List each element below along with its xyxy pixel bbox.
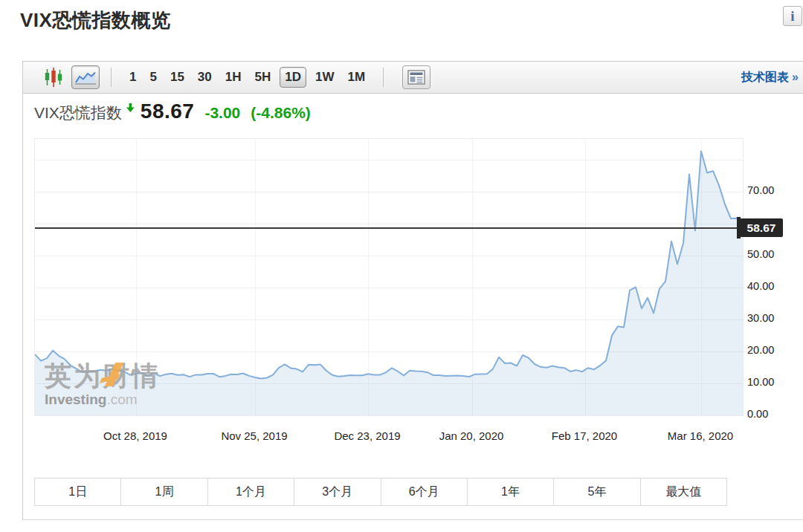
y-axis-label: 50.00 bbox=[747, 248, 799, 260]
range-button-1[interactable]: 1日 bbox=[35, 479, 121, 505]
y-axis-label: 30.00 bbox=[747, 312, 799, 324]
x-axis-label: Mar 16, 2020 bbox=[668, 429, 733, 442]
info-icon: i bbox=[790, 8, 794, 24]
interval-30[interactable]: 30 bbox=[191, 67, 219, 88]
info-button[interactable]: i bbox=[783, 6, 802, 26]
interval-group: 1515301H5H1D1W1M bbox=[123, 67, 372, 88]
range-button-5[interactable]: 6个月 bbox=[381, 479, 468, 505]
y-axis-label: 40.00 bbox=[747, 280, 799, 292]
interval-1h[interactable]: 1H bbox=[219, 67, 248, 88]
range-button-7[interactable]: 5年 bbox=[554, 479, 640, 505]
news-panel-icon bbox=[407, 70, 425, 85]
range-button-2[interactable]: 1周 bbox=[121, 479, 207, 505]
technical-chart-link[interactable]: 技术图表» bbox=[741, 70, 799, 85]
range-button-6[interactable]: 1年 bbox=[468, 479, 554, 505]
toolbar-divider bbox=[111, 68, 112, 87]
chart-widget: 1515301H5H1D1W1M 技术图表» VIX恐慌指数 58.67 -3.… bbox=[22, 61, 803, 520]
double-chevron-icon: » bbox=[792, 71, 799, 83]
range-button-4[interactable]: 3个月 bbox=[294, 479, 381, 505]
interval-5h[interactable]: 5H bbox=[248, 67, 278, 88]
line-chart-icon bbox=[75, 70, 96, 85]
toolbar-divider bbox=[383, 68, 384, 87]
price-change-percent: (-4.86%) bbox=[251, 104, 311, 122]
last-price-line bbox=[35, 227, 743, 229]
candlestick-icon bbox=[44, 67, 64, 88]
x-axis-label: Jan 20, 2020 bbox=[439, 429, 504, 442]
page: VIX恐慌指数概览 i bbox=[0, 0, 803, 532]
down-arrow-icon bbox=[126, 103, 135, 112]
price-change: -3.00 bbox=[204, 104, 240, 122]
area-series bbox=[35, 139, 743, 415]
line-chart-button[interactable] bbox=[71, 65, 100, 89]
x-axis-label: Dec 23, 2019 bbox=[334, 429, 400, 442]
quote-header: VIX恐慌指数 58.67 -3.00 (-4.86%) bbox=[34, 100, 311, 123]
news-panel-button[interactable] bbox=[402, 65, 430, 89]
y-axis-label: 20.00 bbox=[747, 344, 799, 356]
page-title: VIX恐慌指数概览 bbox=[20, 7, 170, 33]
x-axis-label: Nov 25, 2019 bbox=[221, 429, 287, 442]
range-button-bar: 1日1周1个月3个月6个月1年5年最大值 bbox=[34, 478, 727, 506]
interval-1[interactable]: 1 bbox=[123, 67, 143, 88]
candlestick-chart-button[interactable] bbox=[44, 67, 64, 88]
y-axis-label: 10.00 bbox=[747, 376, 799, 388]
interval-1m[interactable]: 1M bbox=[341, 67, 372, 88]
range-button-3[interactable]: 1个月 bbox=[208, 479, 294, 505]
y-axis-label: 70.00 bbox=[747, 184, 799, 196]
last-price: 58.67 bbox=[141, 100, 195, 123]
range-button-8[interactable]: 最大值 bbox=[641, 479, 726, 505]
interval-1w[interactable]: 1W bbox=[309, 67, 341, 88]
interval-15[interactable]: 15 bbox=[164, 67, 191, 88]
interval-1d[interactable]: 1D bbox=[280, 67, 306, 88]
x-axis-label: Feb 17, 2020 bbox=[552, 429, 617, 442]
y-axis-label: 0.00 bbox=[747, 408, 799, 420]
instrument-name: VIX恐慌指数 bbox=[34, 103, 122, 123]
chart-toolbar: 1515301H5H1D1W1M 技术图表» bbox=[23, 61, 803, 94]
interval-5[interactable]: 5 bbox=[143, 67, 163, 88]
chart-plot[interactable] bbox=[34, 138, 744, 416]
x-axis-label: Oct 28, 2019 bbox=[103, 429, 167, 442]
last-price-badge: 58.67 bbox=[740, 218, 783, 237]
